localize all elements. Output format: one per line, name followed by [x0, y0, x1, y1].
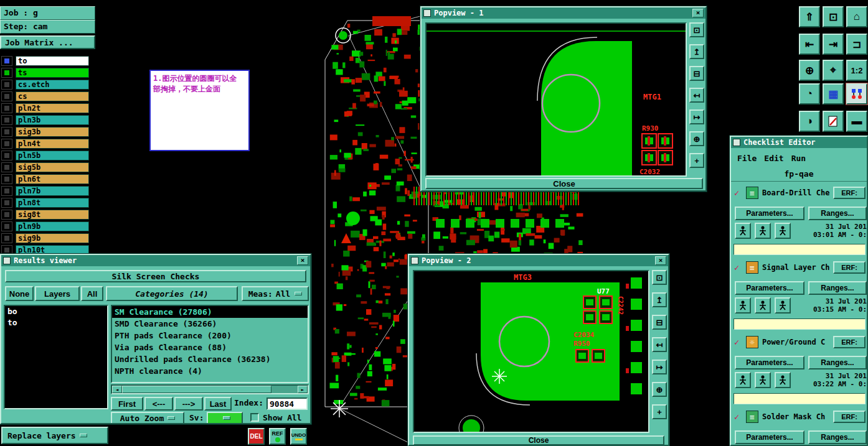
first-button[interactable]: First [111, 397, 143, 411]
layer-indicator[interactable] [1, 198, 12, 208]
dock-left-icon[interactable]: ⇤ [799, 34, 820, 55]
item-check-toggle[interactable]: ✓ [734, 337, 739, 347]
ranges-button[interactable]: Ranges... [808, 207, 867, 220]
clock-status-icon[interactable]: ◔ [799, 83, 820, 105]
layer-indicator[interactable] [1, 68, 12, 78]
fit-view-icon[interactable]: ⊡ [652, 270, 667, 285]
popview1-close-button[interactable]: Close [425, 178, 703, 189]
layer-indicator[interactable] [1, 233, 12, 243]
layer-item[interactable]: pln2t [16, 103, 89, 113]
erf-button[interactable]: ERF: [833, 187, 866, 199]
category-item[interactable]: Via pads Clearance (88) [112, 341, 308, 353]
layer-item[interactable]: sig5b [16, 162, 89, 172]
ranges-button[interactable]: Ranges... [808, 430, 867, 444]
results-viewer-titlebar[interactable]: Results viewer × [1, 255, 310, 266]
layer-indicator[interactable] [1, 162, 12, 172]
layer-indicator[interactable] [1, 139, 12, 149]
layer-item[interactable]: pln5b [16, 151, 89, 160]
line-width-icon[interactable]: ▬ [846, 111, 867, 132]
pan-left-icon[interactable]: ↤ [689, 88, 704, 103]
parameters-button[interactable]: Parameters... [735, 207, 804, 220]
menu-run[interactable]: Run [788, 152, 809, 164]
move-center-icon[interactable]: + [652, 404, 667, 419]
pan-right-icon[interactable]: ↦ [689, 109, 704, 124]
compass-view-icon[interactable]: ◑ [799, 111, 820, 132]
layer-indicator[interactable] [1, 221, 12, 231]
meas-dropdown[interactable]: Meas: All [242, 286, 309, 301]
close-icon[interactable]: × [297, 256, 308, 265]
sketch-edit-icon[interactable] [823, 111, 844, 132]
item-check-toggle[interactable]: ✓ [734, 412, 739, 422]
layer-item[interactable]: pln3b [16, 115, 89, 125]
run-action-icon[interactable] [735, 372, 751, 388]
popview1-canvas[interactable]: MTG1 R930 C2032 [425, 22, 687, 177]
pan-up-icon[interactable]: ↥ [652, 292, 667, 307]
close-icon[interactable]: × [655, 256, 666, 265]
scale-1-2-icon[interactable]: 1:2 [846, 60, 867, 81]
category-item[interactable]: NPTH clearance (4) [112, 365, 308, 377]
item-label[interactable]: Signal Layer Ch [762, 263, 829, 272]
center-target-icon[interactable]: ⌖ [823, 60, 844, 81]
step-field[interactable]: Step: cam [0, 20, 95, 34]
layer-indicator[interactable] [1, 151, 12, 160]
run-action-icon[interactable] [755, 297, 771, 314]
parameters-button[interactable]: Parameters... [735, 430, 804, 444]
next-button[interactable]: ---> [174, 397, 203, 411]
prev-button[interactable]: <--- [144, 397, 173, 411]
menu-file[interactable]: File [734, 152, 760, 164]
layers-button[interactable]: Layers [35, 286, 80, 301]
run-action-icon[interactable] [735, 297, 751, 314]
popview1-titlebar[interactable]: Popview - 1 × [422, 7, 705, 19]
category-item-selected[interactable]: SM Clearance (27806) [112, 306, 308, 318]
category-item[interactable]: SMD Clearance (36266) [112, 318, 308, 330]
zoom-select-icon[interactable]: ⊕ [799, 60, 820, 81]
run-action-icon[interactable] [755, 223, 771, 239]
categories-list[interactable]: SM Clearance (27806) SMD Clearance (3626… [111, 305, 309, 383]
layer-indicator[interactable] [1, 127, 12, 137]
item-check-toggle[interactable]: ✓ [734, 188, 739, 198]
parameters-button[interactable]: Parameters... [735, 356, 804, 369]
checklist-titlebar[interactable]: Checklist Editor [731, 137, 867, 148]
last-button[interactable]: Last [204, 397, 232, 411]
category-item[interactable]: PTH pads Clearance (200) [112, 330, 308, 341]
results-layer-list[interactable]: bo to [4, 305, 108, 409]
erf-button[interactable]: ERF: [833, 411, 866, 423]
layer-item[interactable]: cs [16, 91, 89, 101]
run-action-icon[interactable] [775, 297, 791, 314]
layer-indicator[interactable] [1, 56, 12, 66]
net-compare-icon[interactable] [846, 83, 867, 105]
layer-item[interactable]: pln8t [16, 198, 89, 208]
ranges-button[interactable]: Ranges... [808, 281, 867, 295]
scroll-left-icon[interactable]: ◄ [112, 386, 122, 393]
layer-item[interactable]: sig9b [16, 233, 89, 243]
layer-item[interactable]: pln9b [16, 221, 89, 231]
layer-indicator[interactable] [1, 91, 12, 101]
layer-item[interactable]: pln6t [16, 174, 89, 184]
list-item[interactable]: to [5, 317, 107, 328]
zoom-in-icon[interactable]: ⊕ [689, 131, 704, 146]
layer-indicator[interactable] [1, 174, 12, 184]
job-field[interactable]: Job : g [0, 6, 95, 20]
auto-zoom-dropdown[interactable]: Auto Zoom [111, 412, 184, 424]
pan-right-icon[interactable]: ↦ [652, 360, 667, 374]
popview2-close-button[interactable]: Close [413, 435, 664, 445]
layer-indicator[interactable] [1, 186, 12, 196]
list-item[interactable]: bo [5, 306, 107, 317]
menu-edit[interactable]: Edit [760, 152, 787, 164]
run-action-icon[interactable] [775, 372, 791, 388]
category-item[interactable]: Undrilled pads Clearance (36238) [112, 353, 308, 365]
reference-button[interactable]: REF [269, 428, 286, 445]
item-check-toggle[interactable]: ✓ [734, 262, 739, 272]
layer-item[interactable]: sig8t [16, 210, 89, 220]
layer-indicator[interactable] [1, 80, 12, 90]
fit-view-icon[interactable]: ⊡ [689, 22, 704, 37]
ranges-button[interactable]: Ranges... [808, 356, 867, 369]
show-all-checkbox[interactable] [250, 413, 259, 422]
close-icon[interactable]: × [692, 9, 704, 17]
index-input[interactable] [267, 397, 308, 410]
layer-item[interactable]: pln7b [16, 186, 89, 196]
checklist-name[interactable]: fp-qae [731, 169, 867, 182]
panel-up-icon[interactable]: ⇑ [799, 6, 820, 27]
layer-item[interactable]: pln4t [16, 139, 89, 149]
erf-button[interactable]: ERF: [833, 261, 866, 274]
